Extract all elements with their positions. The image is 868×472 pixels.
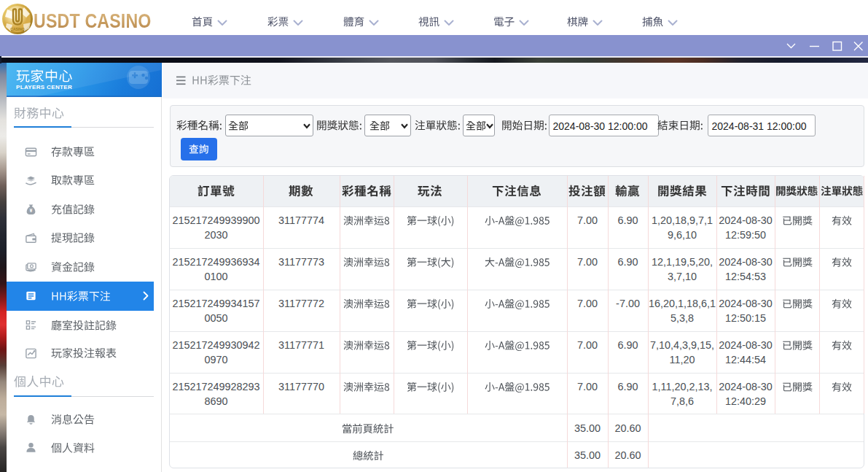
svg-text:CASINO: CASINO — [10, 27, 25, 31]
svg-text:¥: ¥ — [30, 208, 33, 214]
